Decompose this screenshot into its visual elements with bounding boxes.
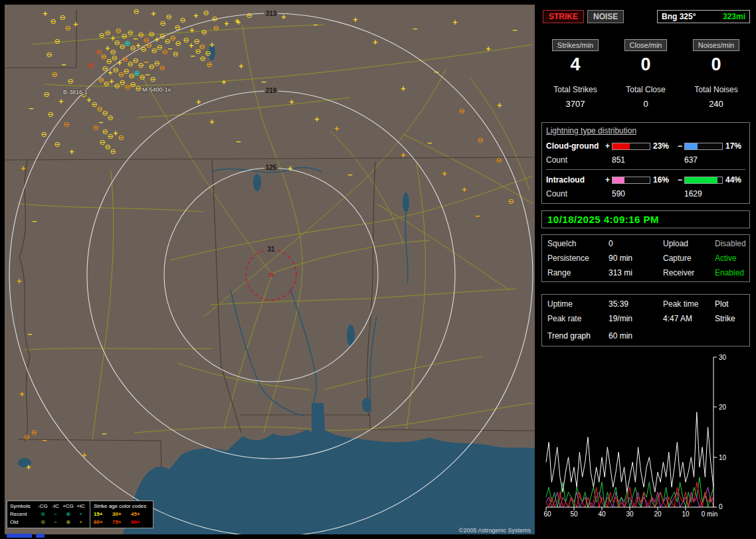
strikes-per-min-button[interactable]: Strikes/min (552, 39, 599, 51)
legend-col-neg-cg: -CG (37, 502, 49, 510)
strike-symbol: ⊖ (88, 61, 94, 70)
strike-symbol: + (209, 41, 215, 48)
noise-mode-button[interactable]: NOISE (587, 10, 624, 23)
close-per-min-button[interactable]: Close/min (624, 39, 668, 51)
strike-symbol: ⊖ (54, 37, 60, 46)
intracloud-count-row: Count 590 1629 (546, 189, 745, 198)
trend-series-layer (546, 412, 713, 507)
cg-positive-pct: 23% (650, 141, 676, 151)
cg-negative-gauge-fill (685, 143, 698, 149)
map-area[interactable]: 313 219 125 31 ⊖+⊖⊖+⊖⊖+⊖⊖+⊖⊖+⊖⊖⊖+⊖⊖⊖−⊖⊖⊖… (5, 5, 535, 534)
symbols-legend: Symbols -CG -IC +CG +IC Recent ⊖ − ⊕ + O… (7, 501, 90, 528)
total-close-label: Total Close (611, 85, 681, 94)
copyright-text: ©2005 Astrogenic Systems (459, 527, 531, 534)
capture-label: Capture (663, 254, 715, 263)
count-label: Count (546, 155, 603, 165)
strike-symbol: ⊖ (64, 24, 70, 33)
age-75: 75+ (112, 518, 131, 526)
ic-negative-count: 1629 (684, 189, 747, 198)
legend-col-pos-ic: +IC (74, 502, 87, 510)
strike-symbol: − (32, 218, 37, 225)
date-time-display: 10/18/2025 4:09:16 PM (547, 214, 744, 225)
old-pos-cg-icon: ⊕ (62, 518, 74, 526)
age-90: 90+ (131, 518, 149, 526)
x-tick-50: 50 (570, 510, 578, 518)
strike-symbol: ⊖ (98, 31, 104, 40)
strike-symbol: + (442, 170, 447, 177)
recent-pos-cg-icon: ⊕ (62, 510, 74, 518)
trend-series-close (546, 482, 713, 507)
strike-symbol: ⊖ (50, 17, 56, 26)
settings-panel: Squelch 0 Upload Disabled Persistence 90… (541, 234, 750, 282)
x-tick-40: 40 (598, 510, 606, 518)
strike-symbol: ⊖ (246, 11, 252, 20)
strike-mode-button[interactable]: STRIKE (543, 10, 584, 23)
noises-per-min-button[interactable]: Noises/min (693, 39, 739, 51)
strike-symbol: + (238, 62, 244, 70)
strike-symbol: + (314, 116, 320, 123)
strike-symbol: ⊖ (135, 84, 141, 93)
legend-col-pos-cg: +CG (62, 502, 74, 510)
status-panel: Uptime 35:39 Peak time Plot Peak rate 19… (541, 294, 750, 346)
ic-positive-count: 590 (612, 189, 676, 198)
total-strikes-label: Total Strikes (540, 85, 611, 94)
strike-symbol: − (413, 25, 418, 33)
strike-symbol: ⊖ (43, 90, 49, 99)
strike-symbol: + (462, 186, 467, 193)
plot-mode-value: Strike (715, 314, 744, 323)
plot-label: Plot (715, 299, 744, 309)
receiver-label: Receiver (663, 268, 715, 277)
upload-status: Disabled (715, 239, 746, 248)
strike-symbol: ⊖ (508, 197, 514, 206)
cg-negative-gauge (684, 143, 723, 150)
strike-symbol: ⊖ (159, 64, 165, 72)
strike-symbol: − (434, 68, 439, 76)
strike-symbol: + (236, 19, 241, 26)
ic-positive-gauge-fill (613, 177, 624, 183)
cg-positive-count: 851 (612, 155, 676, 165)
old-neg-ic-icon: − (49, 518, 62, 526)
strike-symbol: + (373, 38, 378, 46)
strike-symbol: + (289, 98, 294, 106)
intracloud-row: Intracloud + 16% − 44% (546, 175, 745, 185)
strike-symbol: + (73, 21, 78, 28)
strike-symbol: − (427, 139, 432, 147)
lightning-map: 313 219 125 31 ⊖+⊖⊖+⊖⊖+⊖⊖+⊖⊖+⊖⊖⊖+⊖⊖⊖−⊖⊖⊖… (5, 5, 535, 534)
peak-rate-value: 19/min (609, 314, 663, 323)
strike-symbol: ⊖ (115, 27, 121, 35)
strike-symbol: − (102, 430, 107, 437)
squelch-label: Squelch (547, 239, 609, 248)
app-window: 313 219 125 31 ⊖+⊖⊖+⊖⊖+⊖⊖+⊖⊖+⊖⊖⊖+⊖⊖⊖−⊖⊖⊖… (0, 0, 756, 539)
storm-cell-label: B-3816-1 (63, 89, 88, 96)
strike-symbol: + (189, 27, 195, 34)
plus-sign: + (603, 175, 612, 185)
strike-symbol: ⊖ (179, 16, 185, 25)
intracloud-label: Intracloud (546, 175, 603, 185)
peak-time-label: Peak time (663, 299, 715, 309)
y-tick-10: 10 (719, 454, 727, 461)
cloud-ground-count-row: Count 851 637 (546, 155, 745, 165)
strike-symbol: ⊖ (63, 120, 69, 129)
strikes-rate-value: 4 (540, 54, 611, 75)
strike-symbol: − (347, 171, 353, 179)
strike-symbol: ⊖ (175, 39, 181, 48)
recent-pos-ic-icon: + (74, 510, 87, 518)
peak-rate-label: Peak rate (547, 314, 609, 323)
strike-symbol: − (261, 78, 266, 86)
ic-negative-pct: 44% (723, 175, 747, 185)
strike-symbol: + (221, 78, 227, 86)
old-neg-cg-icon: ⊖ (37, 518, 49, 526)
total-noises-label: Total Noises (681, 85, 751, 94)
strike-symbol: + (19, 390, 25, 398)
strike-symbol: − (512, 27, 518, 34)
distribution-title: Lightning type distribution (546, 126, 745, 135)
strike-symbol: ⊖ (110, 147, 116, 156)
age-color-legend: Strike age color codes 15+ 30+ 45+ 60+ 7… (90, 501, 153, 528)
strike-symbol: ⊖ (59, 13, 65, 22)
recent-neg-ic-icon: − (49, 510, 62, 518)
control-panel: STRIKE NOISE Bng 325° 323mi Strikes/min … (540, 5, 751, 534)
legend-title: Symbols (10, 502, 37, 510)
legend-row-recent: Recent (10, 510, 37, 518)
strike-symbol: − (313, 21, 318, 29)
x-tick-10: 10 (682, 510, 690, 518)
